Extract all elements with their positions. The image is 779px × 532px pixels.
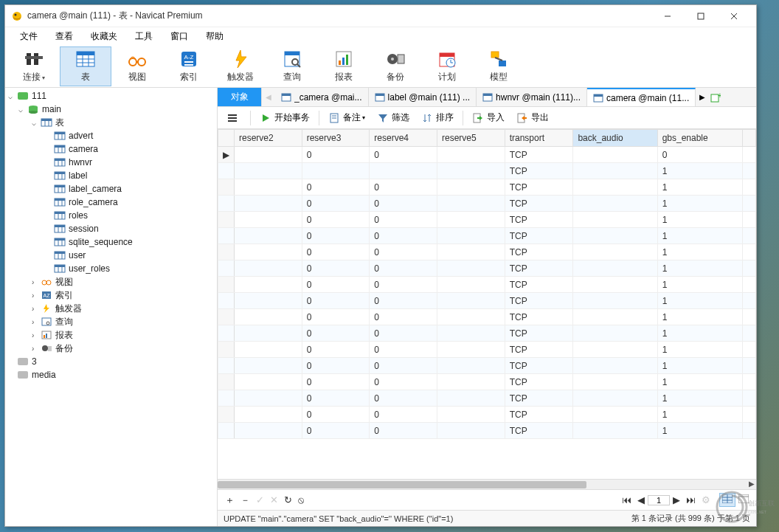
cell-reserve2[interactable] [235, 147, 302, 163]
col-gbs_enable[interactable]: gbs_enable [657, 130, 742, 147]
table-row[interactable]: TCP1 [218, 163, 756, 179]
import-button[interactable]: 导入 [468, 110, 509, 125]
cell-reserve3[interactable]: 0 [302, 196, 370, 212]
tree-111[interactable]: ⌵111 [5, 89, 217, 103]
cell-reserve4[interactable]: 0 [370, 228, 437, 244]
cell-reserve3[interactable]: 0 [302, 212, 370, 228]
cell-reserve3[interactable]: 0 [302, 260, 370, 277]
refresh-button[interactable]: ↻ [281, 493, 295, 507]
tree-视图[interactable]: ›视图 [5, 275, 217, 289]
cell-reserve3[interactable] [302, 163, 370, 179]
cell-reserve3[interactable]: 0 [302, 179, 370, 196]
cell-reserve3[interactable]: 0 [302, 342, 370, 358]
cell-reserve5[interactable] [437, 407, 505, 423]
cell-reserve2[interactable] [235, 260, 302, 277]
cell-reserve2[interactable] [235, 358, 302, 374]
table-row[interactable]: 00TCP1 [218, 179, 756, 196]
table-row[interactable]: 00TCP1 [218, 277, 756, 293]
export-button[interactable]: 导出 [512, 110, 553, 125]
cell-transport[interactable]: TCP [505, 244, 573, 260]
next-page-button[interactable]: ▶ [670, 493, 683, 507]
cell-reserve5[interactable] [437, 163, 505, 179]
cell-transport[interactable]: TCP [505, 293, 573, 309]
cell-reserve5[interactable] [437, 309, 505, 325]
tab-camera @main (11...[interactable]: camera @main (11... [587, 88, 696, 106]
cell-reserve2[interactable] [235, 390, 302, 407]
cell-back_audio[interactable] [573, 179, 657, 196]
toolbar-connect[interactable]: 连接▾ [8, 46, 60, 86]
cell-reserve4[interactable]: 0 [370, 342, 437, 358]
grid-view-button[interactable] [719, 493, 735, 507]
cell-gbs_enable[interactable]: 0 [657, 147, 742, 163]
cell-reserve2[interactable] [235, 342, 302, 358]
cell-transport[interactable]: TCP [505, 342, 573, 358]
cell-transport[interactable]: TCP [505, 374, 573, 390]
begin-transaction-button[interactable]: 开始事务 [255, 110, 314, 125]
cell-reserve2[interactable] [235, 179, 302, 196]
cell-back_audio[interactable] [573, 390, 657, 407]
cell-reserve3[interactable]: 0 [302, 358, 370, 374]
cell-reserve4[interactable]: 0 [370, 374, 437, 390]
toolbar-query[interactable]: 查询 [266, 46, 318, 86]
connection-tree[interactable]: ⌵111⌵main⌵表advertcamerahwnvrlabellabel_c… [5, 88, 218, 526]
cell-transport[interactable]: TCP [505, 212, 573, 228]
cell-back_audio[interactable] [573, 277, 657, 293]
cell-transport[interactable]: TCP [505, 260, 573, 277]
data-grid[interactable]: reserve2reserve3reserve4reserve5transpor… [218, 129, 756, 439]
scrollbar-thumb[interactable] [218, 481, 586, 488]
tree-label[interactable]: label [5, 169, 217, 182]
table-row[interactable]: 00TCP1 [218, 244, 756, 260]
cell-reserve2[interactable] [235, 163, 302, 179]
close-button[interactable] [717, 5, 750, 27]
cell-reserve2[interactable] [235, 374, 302, 390]
tree-media[interactable]: media [5, 368, 217, 381]
cell-reserve2[interactable] [235, 293, 302, 309]
col-reserve5[interactable]: reserve5 [437, 130, 505, 147]
tab-scroll-right[interactable]: ▶ [696, 88, 709, 106]
cell-back_audio[interactable] [573, 423, 657, 439]
stop-button[interactable]: ⦸ [295, 493, 307, 508]
tree-roles[interactable]: roles [5, 209, 217, 222]
minimize-button[interactable] [651, 5, 684, 27]
cell-reserve4[interactable]: 0 [370, 309, 437, 325]
cancel-button[interactable]: ✕ [267, 493, 281, 507]
cell-back_audio[interactable] [573, 196, 657, 212]
cell-transport[interactable]: TCP [505, 196, 573, 212]
maximize-button[interactable] [684, 5, 717, 27]
menu-窗口[interactable]: 窗口 [162, 27, 197, 46]
tree-hwnvr[interactable]: hwnvr [5, 156, 217, 169]
toolbar-model[interactable]: 模型 [473, 46, 524, 86]
cell-transport[interactable]: TCP [505, 407, 573, 423]
cell-reserve4[interactable]: 0 [370, 260, 437, 277]
toolbar-report[interactable]: 报表 [318, 46, 370, 86]
table-row[interactable]: 00TCP1 [218, 358, 756, 374]
toolbar-index[interactable]: A-Z索引 [163, 46, 215, 86]
table-row[interactable]: 00TCP1 [218, 325, 756, 342]
tree-表[interactable]: ⌵表 [5, 116, 217, 129]
cell-transport[interactable]: TCP [505, 309, 573, 325]
cell-gbs_enable[interactable]: 1 [657, 228, 742, 244]
sort-button[interactable]: 排序 [417, 110, 458, 125]
cell-reserve3[interactable]: 0 [302, 244, 370, 260]
cell-reserve4[interactable]: 0 [370, 423, 437, 439]
cell-back_audio[interactable] [573, 325, 657, 342]
scroll-right-arrow[interactable]: ▶ [749, 480, 755, 488]
cell-reserve4[interactable]: 0 [370, 358, 437, 374]
toolbar-schedule[interactable]: 计划 [421, 46, 473, 86]
tree-main[interactable]: ⌵main [5, 103, 217, 116]
cell-reserve2[interactable] [235, 277, 302, 293]
table-row[interactable]: 00TCP1 [218, 390, 756, 407]
tree-备份[interactable]: ›备份 [5, 342, 217, 355]
table-row[interactable]: 00TCP1 [218, 196, 756, 212]
cell-gbs_enable[interactable]: 1 [657, 374, 742, 390]
first-page-button[interactable]: ⏮ [619, 493, 634, 507]
cell-reserve4[interactable]: 0 [370, 196, 437, 212]
cell-gbs_enable[interactable]: 1 [657, 260, 742, 277]
cell-back_audio[interactable] [573, 358, 657, 374]
cell-gbs_enable[interactable]: 1 [657, 277, 742, 293]
cell-transport[interactable]: TCP [505, 147, 573, 163]
tab-scroll-left[interactable]: ◀ [262, 88, 275, 106]
table-row[interactable]: 00TCP1 [218, 342, 756, 358]
cell-reserve5[interactable] [437, 390, 505, 407]
cell-back_audio[interactable] [573, 342, 657, 358]
